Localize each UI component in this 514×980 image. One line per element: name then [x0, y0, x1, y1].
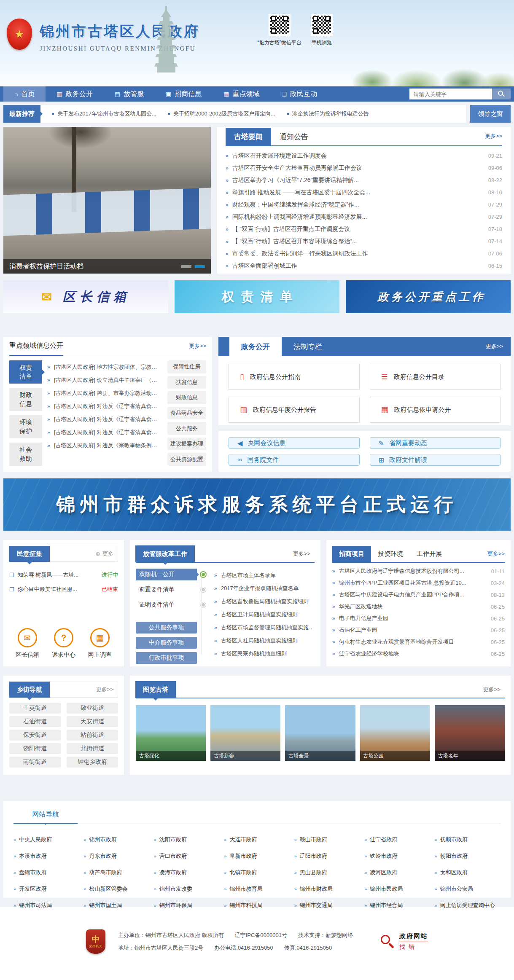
street-button[interactable]: 南街街道 — [9, 757, 61, 768]
quick-link-button[interactable]: 财政信息 — [167, 391, 206, 404]
gov-open-button[interactable]: ☰ 政府信息公开目录 — [370, 364, 501, 390]
key-info-tab[interactable]: 社会救助 — [9, 443, 42, 466]
news-item[interactable]: » 古塔区全面部署创城工作 06-15 — [226, 260, 502, 272]
search-button[interactable] — [492, 89, 511, 99]
street-button[interactable]: 保安街道 — [9, 730, 61, 741]
site-nav-link[interactable]: » 凌海市政府 — [154, 869, 220, 876]
reform-item[interactable]: » 2017年企业年报双随机抽查名单 — [214, 582, 315, 595]
gov-open-more-link[interactable]: 更多>> — [486, 343, 503, 350]
key-info-tab[interactable]: 环境保护 — [9, 415, 42, 438]
site-nav-link[interactable]: » 锦州市发改委 — [154, 885, 220, 893]
slider-page-indicator-active[interactable] — [195, 265, 205, 268]
quick-link-button[interactable]: 食品药品安全 — [167, 407, 206, 420]
site-nav-link[interactable]: » 黑山县政府 — [294, 869, 360, 876]
news-item[interactable]: » 【 “双百”行动】古塔区召开市容环境综合整治“... 07-14 — [226, 235, 502, 247]
opinion-shortcut[interactable]: ✉ 区长信箱 — [16, 628, 39, 659]
site-nav-link[interactable]: » 锦州市经合局 — [364, 902, 430, 909]
site-nav-link[interactable]: » 锦州市教育局 — [224, 885, 290, 893]
site-nav-link[interactable]: » 松山新区管委会 — [83, 885, 149, 893]
search-input[interactable] — [409, 89, 492, 99]
reform-title-tab[interactable]: 放管服改革工作 — [135, 545, 195, 562]
site-nav-link[interactable]: » 丹东市政府 — [83, 852, 149, 860]
investment-item[interactable]: » 石油化工产业园 06-25 — [332, 624, 505, 636]
site-nav-link[interactable]: » 锦州市交通局 — [294, 902, 360, 909]
site-nav-link[interactable]: » 辽宁省政府 — [364, 836, 430, 843]
reform-menu-item[interactable]: 中介服务事项 — [136, 637, 197, 649]
reform-item[interactable]: » 古塔区畜牧兽医局随机抽查实施细则 — [214, 595, 315, 608]
street-button[interactable]: 石油街道 — [9, 716, 61, 727]
news-item[interactable]: » 举旗引路 推动发展 ——写在古塔区委十届四次全会... 08-10 — [226, 186, 502, 199]
opinion-item[interactable]: ❐ 你心目中最美“E社区服... 已结束 — [9, 582, 118, 596]
gallery-photo[interactable]: 古塔老年 — [435, 705, 505, 761]
promo-banner[interactable]: 政务公开重点工作 — [346, 280, 511, 313]
site-nav-link[interactable]: » 朝阳市政府 — [435, 852, 501, 860]
site-nav-link[interactable]: » 凌河区政府 — [364, 869, 430, 876]
find-error-widget[interactable]: 政府网站 找错 — [380, 932, 428, 951]
gov-link-button[interactable]: ∞ 国务院文件 — [229, 454, 360, 466]
investment-item[interactable]: » 锦州市首个PPP工业园区项目花落古塔 总投资近10... 03-24 — [332, 577, 505, 589]
gallery-more-link[interactable]: 更多>> — [483, 686, 501, 693]
key-info-item[interactable]: » [古塔区人民政府] 跨县、市举办宗教活动备案 — [47, 387, 162, 400]
news-item[interactable]: » 财经观察：中国将继续发挥全球经济“稳定器”作... 07-29 — [226, 199, 502, 211]
news-more-link[interactable]: 更多>> — [485, 132, 502, 140]
site-nav-link[interactable]: » 抚顺市政府 — [435, 836, 501, 843]
news-tab[interactable]: 古塔要闻 — [226, 128, 271, 145]
news-item[interactable]: » 市委常委、政法委书记刘洋一行来我区调研政法工作 07-06 — [226, 247, 502, 260]
nav-item[interactable]: ▤ 放管服 — [104, 86, 155, 102]
quick-link-button[interactable]: 公共服务 — [167, 422, 206, 435]
gov-open-button[interactable]: ▯ 政府信息公开指南 — [229, 364, 360, 390]
investment-item[interactable]: » 辽宁省农业经济学校地块 06-25 — [332, 648, 505, 660]
reform-item[interactable]: » 古塔区人社局随机抽查实施细则 — [214, 634, 315, 647]
site-nav-link[interactable]: » 本溪市政府 — [13, 852, 79, 860]
site-nav-link[interactable]: » 阜新市政府 — [224, 852, 290, 860]
gallery-photo[interactable]: 古塔绿化 — [136, 705, 206, 761]
gallery-title-tab[interactable]: 图览古塔 — [135, 681, 176, 698]
gov-link-button[interactable]: ◀ 央网会议信息 — [229, 437, 360, 449]
investment-item[interactable]: » 华光厂区改造地块 06-25 — [332, 601, 505, 612]
street-button[interactable]: 士英街道 — [9, 703, 61, 714]
reform-item[interactable]: » 古塔区市场监督管理局随机抽查实施细则 — [214, 621, 315, 634]
opinion-shortcut[interactable]: ？ 诉求中心 — [52, 628, 75, 659]
key-info-more-link[interactable]: 更多>> — [189, 342, 206, 350]
gov-open-button[interactable]: ▦ 政府信息依申请公开 — [370, 397, 501, 423]
site-nav-link[interactable]: » 锦州市财政局 — [294, 885, 360, 893]
gallery-photo[interactable]: 古塔全景 — [285, 705, 355, 761]
site-nav-link[interactable]: » 沈阳市政府 — [154, 836, 220, 843]
quick-link-button[interactable]: 建议提案办理 — [167, 438, 206, 451]
key-info-item[interactable]: » [古塔区人民政府] 对违反《宗教事物条例》行为的处罚 — [47, 439, 162, 452]
ticker-item[interactable]: 关于发布2017年锦州市古塔区幼儿园公... — [52, 110, 156, 118]
nav-item[interactable]: ▦ 重点领域 — [213, 86, 270, 102]
news-item[interactable]: » 古塔区召开安全生产大检查再动员再部署工作会议 09-06 — [226, 162, 502, 174]
site-nav-link[interactable]: » 网上信访受理查询中心 — [435, 902, 501, 909]
key-info-tab[interactable]: 财政信息 — [9, 388, 42, 411]
news-item[interactable]: » 【 “双百”行动】古塔区召开重点工作调度会议 07-18 — [226, 223, 502, 235]
investment-item[interactable]: » 古塔区与中庆建设电子电力信息产业园PPP合作项... 08-13 — [332, 589, 505, 601]
reform-menu-item[interactable]: 前置要件清单 — [136, 584, 197, 596]
gov-open-tab[interactable]: 政务公开 — [229, 337, 282, 356]
reform-menu-item[interactable]: 双随机一公开 — [136, 569, 197, 580]
gov-open-tab[interactable]: 法制专栏 — [282, 337, 334, 356]
gov-link-button[interactable]: ⊞ 政府文件解读 — [370, 454, 501, 466]
key-info-item[interactable]: » [古塔区人民政府] 对违反《辽宁省清真食品生产经营管理条例》行为... — [47, 426, 162, 439]
opinion-shortcut[interactable]: ▦ 网上调查 — [88, 628, 112, 659]
news-tab[interactable]: 通知公告 — [271, 128, 317, 145]
site-nav-link[interactable]: » 太和区政府 — [435, 869, 501, 876]
leader-window-button[interactable]: 领导之窗 — [470, 105, 511, 123]
street-button[interactable]: 饶阳街道 — [9, 743, 61, 754]
reform-item[interactable]: » 古塔区卫计局随机抽查实施细则 — [214, 608, 315, 621]
site-nav-link[interactable]: » 葫芦岛市政府 — [83, 869, 149, 876]
investment-item[interactable]: » 古塔区人民政府与辽宁维森信息技术股份有限公司... 01-11 — [332, 565, 505, 577]
news-item[interactable]: » 古塔区召开发展环境建设工作调度会 09-21 — [226, 150, 502, 162]
investment-tab[interactable]: 工作开展 — [410, 546, 449, 562]
street-button[interactable]: 天安街道 — [67, 716, 118, 727]
street-button[interactable]: 北街街道 — [67, 743, 118, 754]
key-info-item[interactable]: » [古塔区人民政府] 对违反《辽宁省清真食品生产经营管理条例》行为... — [47, 413, 162, 426]
site-nav-link[interactable]: » 锦州市科技局 — [224, 902, 290, 909]
gallery-photo[interactable]: 古塔公园 — [360, 705, 430, 761]
key-info-tab[interactable]: 权责清单 — [9, 360, 42, 384]
promo-banner[interactable]: ✉ 区长信箱 — [3, 280, 168, 313]
site-nav-link[interactable]: » 铁岭市政府 — [364, 852, 430, 860]
slider-page-indicator[interactable] — [181, 265, 191, 268]
reform-menu-item[interactable]: 证明要件清单 — [136, 599, 197, 611]
reform-item[interactable]: » 古塔区市场主体名录库 — [214, 569, 315, 582]
